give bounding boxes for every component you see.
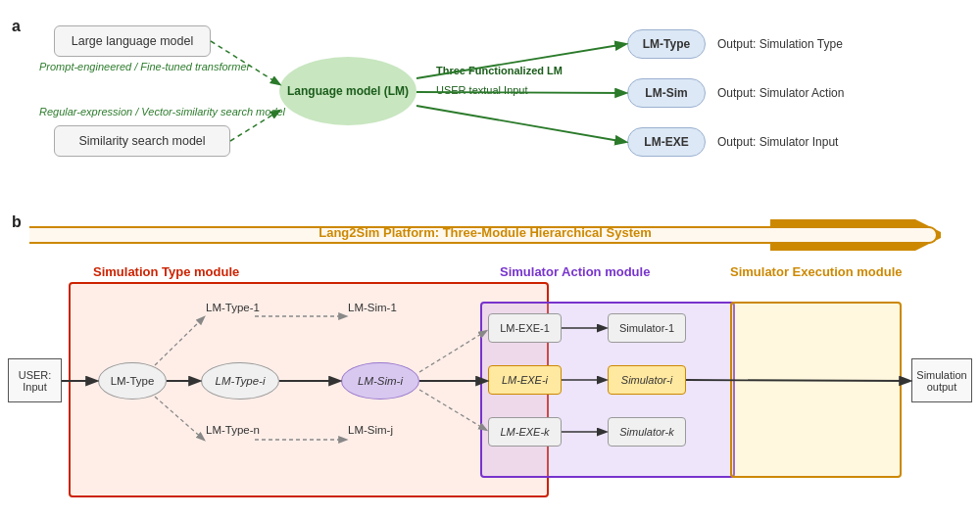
lm-type-n-label: LM-Type-n: [206, 424, 260, 436]
section-a: a Large language model Prompt-engineered…: [0, 8, 980, 213]
lm-sim-i-node: LM-Sim-i: [341, 362, 419, 400]
llm-box: Large language model: [54, 25, 211, 57]
svg-line-4: [416, 106, 625, 142]
lm-type-1-label: LM-Type-1: [206, 302, 260, 313]
sim-action-module-label: Simulator Action module: [500, 264, 650, 279]
out-exe-label: Output: Simulator Input: [717, 135, 838, 149]
llm-note: Prompt-engineered / Fine-tuned transform…: [39, 61, 250, 72]
lm-sim-label: LM-Sim: [645, 86, 687, 100]
simulator-1-node: Simulator-1: [608, 313, 686, 343]
lang2sim-banner: Lang2Sim Platform: Three-Module Hierarch…: [29, 219, 941, 251]
simulator-k-node: Simulator-k: [608, 417, 686, 447]
lm-exe-i-node: LM-EXE-i: [488, 365, 562, 395]
section-b: b Lang2Sim Platform: Three-Module Hierar…: [0, 213, 980, 518]
sim-type-module-label: Simulation Type module: [93, 264, 239, 279]
out-type-label: Output: Simulation Type: [717, 37, 843, 51]
lm-type-label: LM-Type: [643, 37, 690, 51]
label-b: b: [12, 213, 22, 231]
lm-sim-1-label: LM-Sim-1: [348, 302, 397, 313]
sim-search-box: Similarity search model: [54, 125, 230, 157]
lm-type-i-node: LM-Type-i: [201, 362, 279, 400]
sim-search-label: Similarity search model: [78, 134, 205, 148]
lm-sim-output-box: LM-Sim: [627, 78, 706, 108]
sim-output-box: Simulation output: [911, 358, 972, 402]
user-input-label: USER textual Input: [436, 84, 528, 96]
label-a: a: [12, 18, 21, 35]
out-sim-label: Output: Simulator Action: [717, 86, 844, 100]
llm-box-label: Large language model: [72, 34, 193, 48]
lm-exe-1-node: LM-EXE-1: [488, 313, 562, 343]
user-input-text: USER: Input: [19, 369, 52, 393]
sim-exec-module-label: Simulator Execution module: [730, 264, 903, 279]
gold-module-box: [730, 302, 902, 478]
lm-exe-output-box: LM-EXE: [627, 127, 706, 157]
lm-ellipse: Language model (LM): [279, 57, 416, 125]
lm-type-node: LM-Type: [98, 362, 167, 400]
diagram-container: a Large language model Prompt-engineered…: [0, 0, 980, 518]
lm-exe-label: LM-EXE: [644, 135, 688, 149]
simulator-i-node: Simulator-i: [608, 365, 686, 395]
user-input-box: USER: Input: [8, 358, 62, 402]
lm-sim-j-label: LM-Sim-j: [348, 424, 393, 436]
three-lm-label: Three Functionalized LM: [436, 65, 563, 76]
lm-type-output-box: LM-Type: [627, 29, 706, 59]
lm-ellipse-label: Language model (LM): [287, 84, 409, 98]
sim-search-note: Regular-expression / Vector-similarity s…: [39, 106, 285, 118]
lang2sim-text: Lang2Sim Platform: Three-Module Hierarch…: [318, 225, 652, 240]
sim-output-text: Simulation output: [916, 369, 966, 393]
lm-exe-k-node: LM-EXE-k: [488, 417, 562, 447]
